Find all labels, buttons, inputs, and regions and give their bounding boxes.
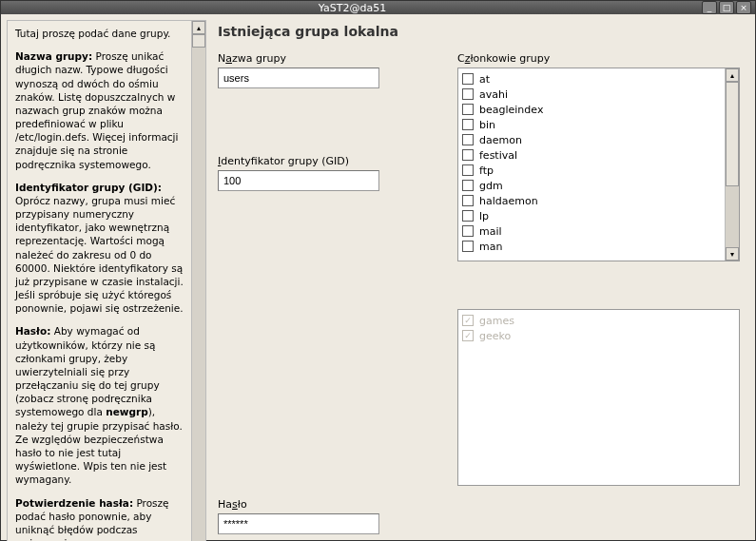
scroll-down-icon[interactable]: ▾: [726, 247, 739, 261]
checkbox[interactable]: [462, 134, 474, 145]
help-p1: Nazwa grupy: Proszę unikać długich nazw.…: [15, 49, 184, 171]
scroll-thumb[interactable]: [192, 34, 205, 48]
list-item-label: avahi: [479, 88, 508, 101]
list-item[interactable]: beagleindex: [462, 102, 721, 117]
minimize-button[interactable]: _: [702, 1, 717, 14]
help-p3: Hasło: Aby wymagać od użytkowników, któr…: [15, 324, 184, 486]
list-item-label: haldaemon: [479, 195, 538, 207]
list-item-label: geeko: [479, 330, 511, 342]
scroll-track[interactable]: [726, 82, 739, 247]
members-list: atavahibeagleindexbindaemonfestivalftpgd…: [458, 68, 725, 261]
list-item[interactable]: man: [462, 239, 721, 254]
list-item[interactable]: lp: [462, 208, 721, 223]
list-item-label: lp: [479, 210, 489, 222]
scroll-up-icon[interactable]: ▴: [726, 68, 739, 82]
checkbox[interactable]: [462, 210, 474, 222]
members-scrollbar[interactable]: ▴ ▾: [725, 68, 739, 261]
members-section: Członkowie grupy atavahibeagleindexbinda…: [457, 52, 740, 261]
list-item[interactable]: gdm: [462, 178, 721, 193]
list-item-label: daemon: [479, 134, 522, 146]
help-p2: Identyfikator grupy (GID): Oprócz nazwy,…: [15, 181, 184, 316]
members-listbox[interactable]: atavahibeagleindexbindaemonfestivalftpgd…: [457, 68, 740, 261]
field-group-name: Nazwa grupy: [218, 52, 446, 88]
list-item[interactable]: mail: [462, 223, 721, 239]
default-members-list: ✓games✓geeko: [458, 310, 739, 485]
content: Tutaj proszę podać dane grupy. Nazwa gru…: [1, 14, 755, 541]
checkbox[interactable]: [462, 119, 474, 130]
checkbox-checked: ✓: [462, 330, 474, 341]
list-item-label: beagleindex: [479, 104, 543, 116]
list-item: ✓geeko: [462, 328, 735, 343]
list-item-label: at: [479, 73, 490, 86]
list-item-label: festival: [479, 149, 517, 162]
members-label: Członkowie grupy: [457, 52, 740, 65]
list-item-label: mail: [479, 225, 502, 238]
password-label: Hasło: [218, 498, 446, 511]
list-item[interactable]: haldaemon: [462, 193, 721, 208]
list-item[interactable]: at: [462, 71, 721, 87]
form-left-column: Nazwa grupy Identyfikator grupy (GID) Ha…: [218, 52, 446, 541]
list-item-label: man: [479, 241, 502, 253]
scroll-track[interactable]: [192, 34, 205, 541]
checkbox[interactable]: [462, 241, 474, 252]
checkbox[interactable]: [462, 88, 474, 100]
password-input[interactable]: [218, 513, 379, 534]
default-members-section: ✓games✓geeko: [457, 309, 740, 486]
checkbox[interactable]: [462, 225, 474, 237]
list-item-label: games: [479, 315, 514, 327]
checkbox[interactable]: [462, 164, 474, 176]
titlebar: YaST2@da51 _ □ ×: [1, 1, 755, 14]
list-item-label: bin: [479, 119, 495, 131]
main-panel: Istniejąca grupa lokalna Nazwa grupy Ide…: [212, 20, 749, 541]
help-p4: Potwierdzenie hasła: Proszę podać hasło …: [15, 496, 184, 542]
checkbox[interactable]: [462, 73, 474, 85]
list-item[interactable]: ftp: [462, 163, 721, 178]
checkbox[interactable]: [462, 104, 474, 115]
checkbox[interactable]: [462, 195, 474, 206]
page-title: Istniejąca grupa lokalna: [218, 24, 740, 39]
window-title: YaST2@da51: [5, 2, 700, 14]
gid-label: Identyfikator grupy (GID): [218, 155, 446, 167]
form-area: Nazwa grupy Identyfikator grupy (GID) Ha…: [218, 52, 740, 541]
list-item[interactable]: festival: [462, 147, 721, 163]
list-item[interactable]: avahi: [462, 87, 721, 102]
field-gid: Identyfikator grupy (GID): [218, 155, 446, 191]
close-button[interactable]: ×: [736, 1, 751, 14]
group-name-input[interactable]: [218, 68, 379, 88]
list-item[interactable]: daemon: [462, 132, 721, 147]
list-item-label: gdm: [479, 180, 503, 192]
help-text: Tutaj proszę podać dane grupy. Nazwa gru…: [8, 21, 191, 541]
scroll-thumb[interactable]: [726, 82, 739, 186]
checkbox-checked: ✓: [462, 315, 474, 326]
checkbox[interactable]: [462, 149, 474, 161]
scroll-up-icon[interactable]: ▴: [192, 21, 205, 34]
window: YaST2@da51 _ □ × Tutaj proszę podać dane…: [0, 0, 756, 541]
help-intro: Tutaj proszę podać dane grupy.: [15, 27, 184, 40]
maximize-button[interactable]: □: [719, 1, 734, 14]
gid-input[interactable]: [218, 170, 379, 191]
list-item-label: ftp: [479, 164, 494, 177]
group-name-label: Nazwa grupy: [218, 52, 446, 65]
help-scrollbar[interactable]: ▴ ▴ ▾: [191, 21, 205, 541]
help-panel: Tutaj proszę podać dane grupy. Nazwa gru…: [7, 20, 206, 541]
default-members-listbox: ✓games✓geeko: [457, 309, 740, 486]
checkbox[interactable]: [462, 180, 474, 191]
form-right-column: Członkowie grupy atavahibeagleindexbinda…: [457, 52, 740, 541]
list-item: ✓games: [462, 313, 735, 328]
field-password: Hasło: [218, 498, 446, 534]
list-item[interactable]: bin: [462, 117, 721, 132]
